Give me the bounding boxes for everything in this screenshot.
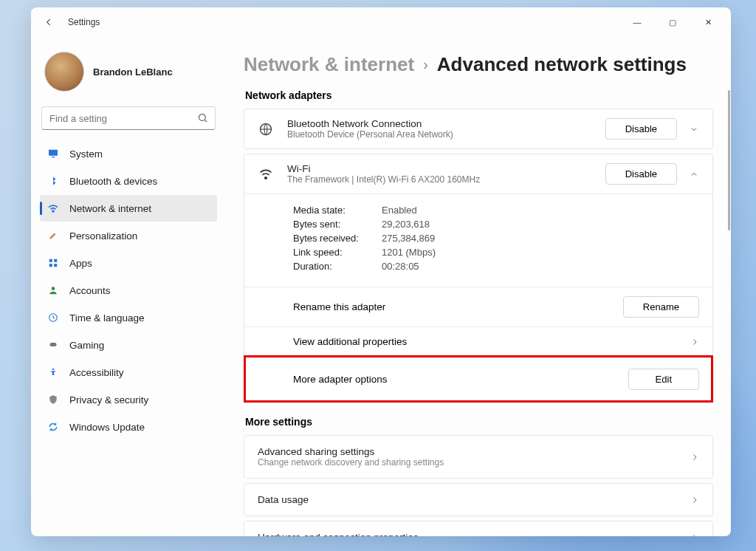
monitor-icon — [47, 148, 59, 160]
detail-key: Bytes received: — [293, 233, 382, 244]
adapter-row[interactable]: Wi-Fi The Framework | Intel(R) Wi-Fi 6 A… — [244, 154, 712, 194]
shield-icon — [47, 394, 59, 405]
data-usage-row[interactable]: Data usage — [244, 483, 713, 516]
wifi-details: Media state:Enabled Bytes sent:29,203,61… — [244, 194, 712, 287]
detail-value: 29,203,618 — [382, 219, 430, 230]
adapter-sub: The Framework | Intel(R) Wi-Fi 6 AX200 1… — [287, 174, 605, 185]
breadcrumb: Network & internet › Advanced network se… — [244, 53, 713, 76]
sidebar-item-accounts[interactable]: Accounts — [40, 277, 217, 304]
back-button[interactable] — [37, 10, 61, 34]
breadcrumb-parent[interactable]: Network & internet — [244, 53, 414, 76]
adapter-row[interactable]: Bluetooth Network Connection Bluetooth D… — [244, 109, 712, 148]
svg-rect-6 — [49, 264, 52, 267]
adapter-info: Bluetooth Network Connection Bluetooth D… — [287, 118, 605, 140]
detail-key: Bytes sent: — [293, 219, 382, 230]
brush-icon — [47, 230, 59, 242]
sidebar-item-apps[interactable]: Apps — [40, 250, 217, 276]
chevron-right-icon — [690, 453, 699, 462]
person-icon — [47, 284, 59, 296]
svg-point-0 — [199, 114, 206, 121]
edit-button[interactable]: Edit — [628, 369, 699, 390]
svg-rect-1 — [49, 150, 58, 156]
detail-key: Media state: — [293, 205, 382, 216]
wifi-adapter-icon — [258, 166, 274, 182]
more-adapter-options-row[interactable]: More adapter options Edit — [244, 356, 712, 402]
window-controls: — ▢ ✕ — [626, 18, 725, 27]
disable-button[interactable]: Disable — [605, 118, 677, 140]
sidebar-item-label: Bluetooth & devices — [69, 176, 157, 187]
sidebar-item-personalization[interactable]: Personalization — [40, 222, 217, 249]
sidebar-item-label: Windows Update — [69, 422, 145, 433]
chevron-down-icon[interactable] — [689, 124, 699, 134]
view-properties-label: View additional properties — [293, 336, 681, 347]
rename-button[interactable]: Rename — [623, 296, 699, 318]
adapter-wifi: Wi-Fi The Framework | Intel(R) Wi-Fi 6 A… — [244, 154, 713, 403]
profile-name: Brandon LeBlanc — [93, 66, 173, 78]
chevron-right-icon — [690, 496, 699, 504]
more-card-sub: Change network discovery and sharing set… — [258, 457, 681, 468]
svg-rect-7 — [54, 264, 57, 267]
minimize-button[interactable]: — — [626, 18, 648, 27]
bluetooth-icon — [47, 175, 59, 187]
svg-point-13 — [265, 177, 267, 179]
page-title: Advanced network settings — [437, 53, 687, 76]
sidebar-item-accessibility[interactable]: Accessibility — [40, 359, 217, 386]
sidebar-item-system[interactable]: System — [40, 140, 217, 167]
view-properties-row[interactable]: View additional properties — [244, 326, 712, 356]
gamepad-icon — [47, 339, 59, 351]
chevron-right-icon — [690, 533, 699, 537]
scrollbar-thumb[interactable] — [728, 90, 730, 230]
detail-value: Enabled — [382, 205, 417, 216]
sidebar-item-gaming[interactable]: Gaming — [40, 332, 217, 358]
detail-value: 00:28:05 — [382, 261, 419, 272]
sidebar-item-label: Accessibility — [69, 367, 124, 378]
detail-key: Link speed: — [293, 247, 382, 258]
adapter-name: Bluetooth Network Connection — [287, 118, 605, 129]
sidebar-item-privacy[interactable]: Privacy & security — [40, 386, 217, 413]
sidebar-item-bluetooth[interactable]: Bluetooth & devices — [40, 168, 217, 194]
section-more-settings: More settings — [245, 416, 713, 428]
accessibility-icon — [47, 366, 59, 378]
titlebar: Settings — ▢ ✕ — [31, 7, 731, 37]
sidebar-item-label: Personalization — [69, 230, 137, 242]
rename-adapter-row: Rename this adapter Rename — [244, 287, 712, 326]
disable-button[interactable]: Disable — [605, 163, 677, 185]
detail-value: 1201 (Mbps) — [382, 247, 436, 258]
profile[interactable]: Brandon LeBlanc — [40, 37, 217, 106]
more-card-title: Advanced sharing settings — [258, 446, 681, 457]
main: Network & internet › Advanced network se… — [226, 37, 731, 536]
rename-label: Rename this adapter — [293, 301, 623, 312]
maximize-button[interactable]: ▢ — [662, 18, 684, 27]
sidebar-item-label: System — [69, 148, 103, 160]
settings-window: Settings — ▢ ✕ Brandon LeBlanc System — [31, 7, 731, 536]
svg-point-11 — [52, 369, 54, 370]
svg-rect-5 — [54, 259, 57, 262]
advanced-sharing-row[interactable]: Advanced sharing settings Change network… — [244, 435, 713, 479]
sidebar-item-update[interactable]: Windows Update — [40, 414, 217, 440]
detail-key: Duration: — [293, 261, 382, 272]
adapter-name: Wi-Fi — [287, 163, 605, 174]
sidebar-item-label: Gaming — [69, 340, 104, 351]
more-options-label: More adapter options — [293, 374, 628, 385]
more-card-title: Data usage — [258, 494, 681, 505]
close-button[interactable]: ✕ — [697, 18, 719, 27]
detail-value: 275,384,869 — [382, 233, 435, 244]
nav: System Bluetooth & devices Network & int… — [40, 140, 217, 441]
hardware-properties-row[interactable]: Hardware and connection properties — [244, 521, 713, 536]
chevron-right-icon — [690, 338, 699, 346]
sidebar-item-label: Accounts — [69, 285, 111, 296]
search-icon — [197, 112, 208, 123]
sidebar-item-network[interactable]: Network & internet — [40, 195, 217, 222]
sidebar-item-label: Time & language — [69, 312, 145, 324]
app-title: Settings — [68, 17, 100, 27]
more-card-title: Hardware and connection properties — [258, 532, 681, 536]
search-input[interactable] — [41, 106, 216, 130]
chevron-up-icon[interactable] — [689, 169, 699, 179]
chevron-right-icon: › — [423, 56, 428, 73]
wifi-icon — [47, 202, 59, 214]
svg-rect-4 — [49, 259, 52, 262]
sidebar: Brandon LeBlanc System Bluetooth & devic… — [31, 37, 226, 536]
adapter-sub: Bluetooth Device (Personal Area Network) — [287, 129, 605, 140]
refresh-icon — [47, 421, 59, 433]
sidebar-item-time[interactable]: Time & language — [40, 304, 217, 331]
